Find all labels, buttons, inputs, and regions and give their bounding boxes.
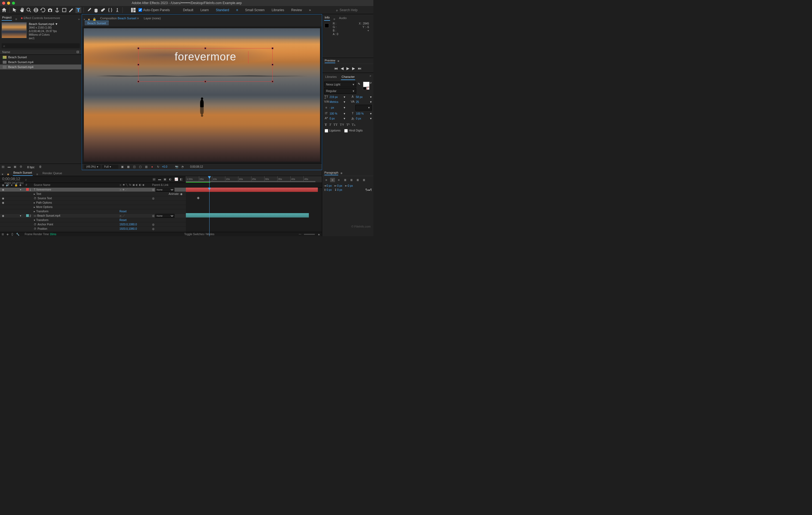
space-after-field[interactable]: 0 px	[337, 189, 342, 191]
italic-icon[interactable]: T	[329, 122, 331, 127]
help-search[interactable]: ⌕	[336, 8, 372, 12]
minimize-window-icon[interactable]	[7, 2, 10, 5]
hand-tool-icon[interactable]	[19, 7, 25, 13]
workspace-review[interactable]: Review	[291, 8, 302, 12]
font-size-field[interactable]: 219 px	[329, 95, 343, 98]
parent-select[interactable]: None	[155, 214, 174, 218]
puppet-tool-icon[interactable]	[114, 7, 120, 13]
motion-blur-icon[interactable]: ◐	[169, 177, 173, 181]
align-right-icon[interactable]: ≡	[336, 178, 341, 182]
kerning-field[interactable]: Metrics	[329, 101, 343, 104]
layer-prop-pathoptions[interactable]: ◉▸ Path Options	[0, 201, 186, 205]
color-depth[interactable]: 8 bpc	[27, 166, 34, 169]
subscript-icon[interactable]: T₁	[352, 122, 355, 127]
mask-icon[interactable]: ◫	[132, 165, 136, 169]
hscale-field[interactable]: 100 %	[356, 112, 369, 115]
timeline-tracks[interactable]	[186, 188, 322, 232]
none-swatch[interactable]: ╱	[366, 87, 370, 90]
align-center-icon[interactable]: ≡	[330, 178, 335, 182]
play-icon[interactable]: ▶	[346, 66, 349, 70]
font-style-select[interactable]: Regular▾	[324, 88, 356, 94]
tab-paragraph[interactable]: Paragraph	[324, 171, 338, 175]
tracking-field[interactable]: 25	[356, 101, 369, 104]
rotate-tool-icon[interactable]	[40, 7, 46, 13]
home-icon[interactable]	[1, 7, 7, 13]
justify-right-icon[interactable]: ≣	[355, 178, 360, 182]
track-text-layer[interactable]	[186, 188, 318, 192]
smallcaps-icon[interactable]: Tᴛ	[340, 122, 344, 127]
leading-field[interactable]: 58 px	[356, 95, 369, 98]
trash-icon[interactable]: 🗑	[39, 165, 43, 169]
workspace-default[interactable]: Default	[183, 8, 193, 12]
align-left-icon[interactable]: ≡	[324, 178, 329, 182]
project-item-comp[interactable]: Beach Sunset	[0, 55, 81, 60]
timeline-search-icon[interactable]: ⌕	[25, 178, 29, 181]
layer-prop-transform[interactable]: ▸ TransformReset	[0, 209, 186, 214]
tab-timeline-comp[interactable]: Beach Sunset	[13, 170, 33, 176]
twirl-icon[interactable]: ▾	[19, 214, 22, 217]
roto-tool-icon[interactable]	[107, 7, 113, 13]
zoom-select[interactable]: (49.3%) ▾	[84, 165, 100, 169]
justify-all-icon[interactable]: ≣	[361, 178, 366, 182]
settings-icon[interactable]: ⚙	[20, 165, 24, 169]
twirl-icon[interactable]: ▾	[19, 188, 22, 191]
guides-icon[interactable]: ▥	[144, 165, 148, 169]
overflow-icon[interactable]: »	[78, 18, 80, 21]
font-family-select[interactable]: Nexa Light▾	[324, 82, 356, 87]
pen-tool-icon[interactable]	[68, 7, 74, 13]
workspace-smallscreen[interactable]: Small Screen	[245, 8, 264, 12]
toggle-switch-icon[interactable]: ◈	[6, 233, 9, 236]
vscale-field[interactable]: 100 %	[329, 112, 343, 115]
search-input[interactable]	[340, 8, 372, 12]
ligatures-checkbox[interactable]: Ligatures	[325, 129, 341, 133]
superscript-icon[interactable]: T¹	[346, 122, 350, 127]
layer-prop-anchor[interactable]: ⏱ Anchor Point1920.0,1080.0◎	[0, 222, 186, 227]
show-snapshot-icon[interactable]: ◔	[180, 165, 185, 169]
parent-select[interactable]: None	[155, 188, 174, 192]
timeline-layer-video[interactable]: ◉▾ 2 ▭Beach Sunset.mp4 🀀 ╱ ◎ None	[0, 214, 186, 218]
orbit-tool-icon[interactable]	[33, 7, 39, 13]
interpret-icon[interactable]: ▤	[2, 165, 6, 169]
resolution-select[interactable]: Full ▾	[102, 165, 118, 169]
camera-tool-icon[interactable]	[47, 7, 53, 13]
composition-viewer[interactable]: forevermore	[82, 26, 322, 163]
layer-prop-text[interactable]: ▸ TextAnimate: ◉	[0, 192, 186, 196]
eraser-tool-icon[interactable]	[100, 7, 106, 13]
comp-mini-icon[interactable]: ▤	[153, 177, 156, 181]
column-name[interactable]: Name	[2, 50, 10, 54]
overflow-icon[interactable]: »	[309, 8, 311, 12]
tab-composition[interactable]: Composition Beach Sunset ≡	[99, 16, 140, 21]
timeline-timecode[interactable]: 0;00;08;12	[2, 177, 20, 181]
auto-open-checkbox[interactable]: Auto-Open Panels	[139, 8, 170, 12]
indent-first-field[interactable]: 0 px	[337, 184, 342, 187]
tab-audio[interactable]: Audio	[339, 15, 347, 21]
bold-icon[interactable]: T	[325, 122, 327, 127]
flowchart-icon[interactable]: ⚃	[77, 50, 79, 54]
close-tab-icon[interactable]: ×	[2, 173, 3, 176]
reset-exp-icon[interactable]: ↻	[156, 165, 160, 169]
justify-left-icon[interactable]: ≣	[343, 178, 348, 182]
brush-tool-icon[interactable]	[86, 7, 92, 13]
rtl-icon[interactable]: ¶◂	[366, 189, 368, 191]
stroke-style-select[interactable]: ▾	[355, 105, 372, 111]
layer-prop-transform2[interactable]: ▾ TransformReset	[0, 218, 186, 222]
indent-left-field[interactable]: 0 px	[326, 184, 332, 187]
exposure-value[interactable]: +0.0	[162, 165, 167, 168]
workspace-libraries[interactable]: Libraries	[271, 8, 284, 12]
stroke-width-field[interactable]: - px	[329, 106, 343, 109]
workspace-learn[interactable]: Learn	[200, 8, 209, 12]
baseline-field[interactable]: 0 px	[329, 117, 343, 120]
panel-grid-icon[interactable]	[130, 7, 136, 13]
track-video-layer[interactable]	[186, 213, 309, 218]
graph-icon[interactable]: 📈	[174, 177, 178, 181]
project-search[interactable]: ⌕	[2, 43, 80, 48]
first-frame-icon[interactable]: ⏮	[334, 66, 338, 70]
layer-prop-position[interactable]: ⏱ Position1920.0,1080.0◎	[0, 227, 186, 231]
tab-project[interactable]: Project	[2, 15, 12, 21]
toggle-switch-icon[interactable]: {}	[11, 233, 13, 236]
clone-tool-icon[interactable]	[93, 7, 99, 13]
tab-render-queue[interactable]: Render Queue	[42, 170, 63, 176]
type-tool-icon[interactable]	[76, 7, 81, 13]
toggle-switch-icon[interactable]: 🔧	[16, 233, 19, 236]
allcaps-icon[interactable]: TT	[334, 122, 338, 127]
